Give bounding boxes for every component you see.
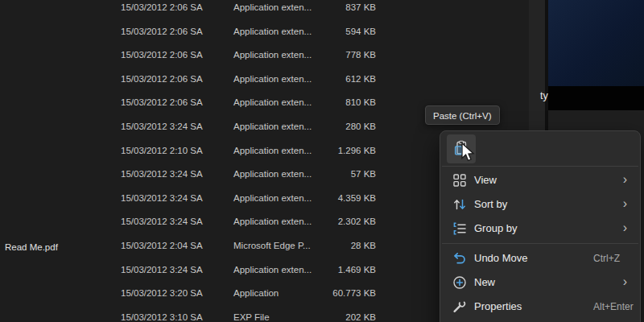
caption-fragment: ty <box>540 90 548 101</box>
cell-date-modified: 15/03/2012 3:24 SA <box>121 165 217 183</box>
table-row[interactable]: 15/03/2012 2:06 SA Application exten... … <box>0 46 529 64</box>
cell-date-modified: 15/03/2012 2:10 SA <box>121 142 217 159</box>
menu-item-label: New <box>474 270 495 295</box>
menu-separator <box>442 243 638 244</box>
menu-item-new[interactable]: New › <box>444 270 637 295</box>
cell-size: 4.359 KB <box>303 189 376 207</box>
cell-date-modified: 15/03/2012 2:06 SA <box>121 93 217 111</box>
menu-item-label: Undo Move <box>474 246 527 270</box>
menu-item-sort-by[interactable]: Sort by › <box>444 192 637 217</box>
grid-view-icon <box>452 172 468 188</box>
cell-size: 280 KB <box>303 118 376 135</box>
table-row[interactable]: 15/03/2012 2:06 SA Application exten... … <box>0 0 529 16</box>
menu-separator <box>442 166 638 167</box>
file-name-label: Read Me.pdf <box>5 238 109 256</box>
cell-date-modified: 15/03/2012 2:06 SA <box>121 70 217 88</box>
menu-item-label: Sort by <box>474 192 507 217</box>
submenu-chevron-icon: › <box>623 270 627 295</box>
table-row[interactable]: 15/03/2012 2:06 SA Application exten... … <box>0 23 529 40</box>
new-icon <box>452 275 468 291</box>
cell-date-modified: 15/03/2012 3:10 SA <box>121 308 217 322</box>
menu-item-group-by[interactable]: Group by › <box>444 217 637 241</box>
background-window-caption-bar: ty <box>548 86 644 110</box>
sort-icon <box>452 196 468 213</box>
cell-size: 810 KB <box>303 93 376 111</box>
cell-size: 594 KB <box>303 23 376 40</box>
cell-date-modified: 15/03/2012 2:04 SA <box>121 237 217 254</box>
group-by-icon <box>452 221 468 237</box>
paste-button[interactable] <box>452 139 470 157</box>
cell-size: 60.773 KB <box>303 284 376 302</box>
cell-size: 2.302 KB <box>303 213 376 230</box>
background-window-thumbnail <box>548 0 644 87</box>
menu-item-label: View <box>474 168 497 192</box>
paste-icon <box>452 147 470 159</box>
cell-size: 57 KB <box>303 165 376 183</box>
cell-size: 837 KB <box>303 0 376 16</box>
menu-item-label: Properties <box>474 295 522 319</box>
cell-date-modified: 15/03/2012 3:24 SA <box>121 213 217 230</box>
explorer-screen: 15/03/2012 2:06 SA Application exten... … <box>0 0 644 322</box>
cell-date-modified: 15/03/2012 2:06 SA <box>121 23 217 40</box>
cell-size: 612 KB <box>303 70 376 88</box>
menu-item-view[interactable]: View › <box>444 168 637 192</box>
menu-item-shortcut: Alt+Enter <box>593 295 634 319</box>
cell-size: 28 KB <box>303 237 376 254</box>
cell-size: 1.296 KB <box>303 142 376 159</box>
cell-date-modified: 15/03/2012 3:24 SA <box>121 261 217 279</box>
undo-icon <box>452 250 468 266</box>
cell-size: 778 KB <box>303 46 376 64</box>
menu-item-shortcut: Ctrl+Z <box>593 246 620 270</box>
table-row[interactable]: 15/03/2012 2:06 SA Application exten... … <box>0 70 529 88</box>
paste-tooltip: Paste (Ctrl+V) <box>425 105 500 125</box>
context-menu: View › Sort by › Group by › Undo Move Ct… <box>440 130 641 322</box>
menu-item-properties[interactable]: Properties Alt+Enter <box>444 295 637 319</box>
cell-date-modified: 15/03/2012 2:06 SA <box>121 46 217 64</box>
cell-date-modified: 15/03/2012 2:06 SA <box>121 0 217 16</box>
menu-item-undo-move[interactable]: Undo Move Ctrl+Z <box>444 246 637 270</box>
cell-date-modified: 15/03/2012 3:24 SA <box>121 118 217 135</box>
submenu-chevron-icon: › <box>623 192 627 217</box>
properties-icon <box>452 299 468 315</box>
submenu-chevron-icon: › <box>623 168 627 192</box>
cell-date-modified: 15/03/2012 3:20 SA <box>121 284 217 302</box>
paste-button-hover <box>447 134 476 163</box>
menu-item-label: Group by <box>474 217 517 241</box>
cell-size: 1.469 KB <box>303 261 376 279</box>
submenu-chevron-icon: › <box>623 217 627 241</box>
cell-date-modified: 15/03/2012 3:24 SA <box>121 189 217 207</box>
cell-size: 202 KB <box>303 308 376 322</box>
